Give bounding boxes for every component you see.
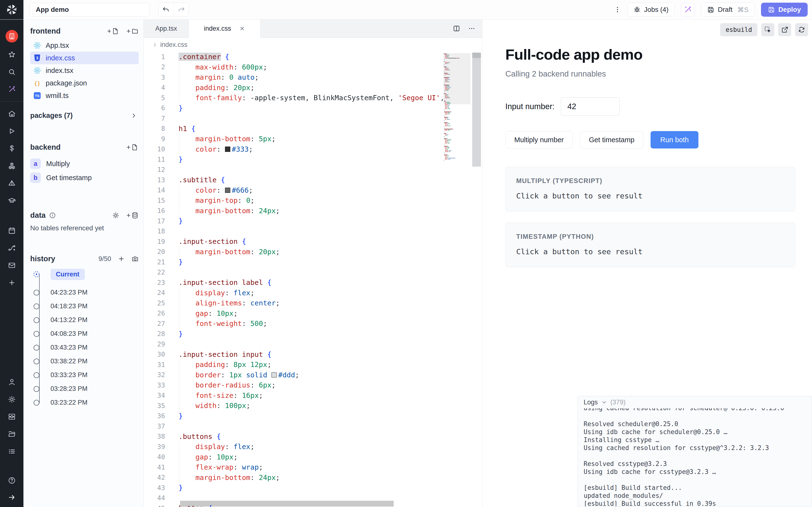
deploy-button[interactable]: Deploy [761, 3, 808, 17]
file-item-index-tsx[interactable]: index.tsx [30, 64, 139, 77]
code-area[interactable]: 1.container {2 max-width: 600px;3 margin… [144, 52, 482, 507]
logs-output[interactable]: Using cached resolution for scheduler@^0… [583, 408, 809, 506]
arrow-right-icon[interactable] [6, 491, 18, 504]
multiply-number-button[interactable]: Multiply number [505, 131, 573, 149]
code-editor-panel: App.tsx index.css index.css [144, 19, 482, 507]
history-item[interactable]: 04:13:22 PM [33, 313, 139, 327]
undo-button[interactable] [158, 3, 173, 16]
data-settings-gear-icon[interactable] [112, 212, 119, 219]
code-line: 20 margin-bottom: 20px; [144, 247, 482, 257]
jobs-button[interactable]: Jobs (4) [627, 3, 674, 17]
timeline-circle-icon [33, 289, 40, 296]
runnable-item-multiply[interactable]: aMultiply [30, 157, 139, 171]
prism-icon[interactable] [6, 177, 18, 189]
line-number: 24 [144, 289, 165, 296]
history-add-icon[interactable] [118, 256, 125, 262]
file-item-index-css[interactable]: 3index.css [30, 52, 139, 64]
history-item[interactable]: 04:18:23 PM [33, 299, 139, 313]
minimap[interactable] [444, 53, 470, 183]
history-current-item[interactable]: Current [33, 268, 139, 280]
history-item[interactable]: 03:28:23 PM [33, 382, 139, 396]
select-pointer-button[interactable] [761, 23, 774, 36]
timeline-circle-icon [33, 399, 40, 406]
refresh-button[interactable] [795, 23, 808, 36]
redo-button[interactable] [173, 3, 189, 16]
packages-row[interactable]: packages (7) [30, 112, 139, 119]
flow-icon[interactable] [6, 242, 18, 254]
color-swatch [225, 147, 230, 152]
windmill-logo[interactable] [0, 0, 23, 19]
calendar-icon[interactable] [6, 224, 18, 237]
app-name-input[interactable] [30, 3, 150, 16]
tab-app-tsx[interactable]: App.tsx [144, 19, 189, 38]
draft-label: Draft [718, 6, 732, 13]
chevron-down-icon[interactable] [601, 399, 607, 405]
list-icon[interactable] [6, 445, 18, 458]
file-item-App-tsx[interactable]: App.tsx [30, 39, 139, 52]
split-editor-icon[interactable] [453, 24, 460, 32]
ai-button[interactable] [681, 3, 695, 17]
worker-gear-icon[interactable] [6, 410, 18, 423]
snapshot-camera-icon[interactable] [132, 255, 139, 263]
cubes-icon[interactable] [6, 160, 18, 172]
close-tab-icon[interactable] [239, 25, 245, 32]
star-icon[interactable] [6, 48, 18, 61]
timeline-circle-icon [33, 331, 40, 337]
add-runnable-icon[interactable] [126, 144, 139, 151]
plus-icon[interactable] [6, 276, 18, 289]
code-line: 35 width: 100px; [144, 400, 482, 411]
folder-icon[interactable] [6, 428, 18, 440]
input-number-row: Input number: [505, 97, 795, 116]
add-folder-icon[interactable] [126, 27, 139, 35]
dollar-icon[interactable] [6, 142, 18, 155]
search-icon[interactable] [6, 66, 18, 78]
result-card-heading: TIMESTAMP (PYTHON) [516, 233, 784, 240]
history-item[interactable]: 03:23:22 PM [33, 396, 139, 409]
user-icon[interactable] [6, 376, 18, 388]
draft-button[interactable]: Draft ⌘S [701, 3, 755, 17]
logs-header[interactable]: Logs (379) [578, 396, 811, 408]
tab-index-css[interactable]: index.css [189, 19, 260, 38]
get-timestamp-button[interactable]: Get timestamp [580, 131, 644, 149]
file-item-wmill-ts[interactable]: TSwmill.ts [30, 89, 139, 102]
info-icon[interactable] [49, 212, 56, 219]
more-options-icon[interactable] [468, 25, 475, 32]
history-item[interactable]: 03:33:23 PM [33, 368, 139, 382]
workspace-icon[interactable] [6, 30, 18, 43]
result-card-heading: MULTIPLY (TYPESCRIPT) [516, 177, 784, 185]
log-line: Installing csstype … [583, 436, 809, 444]
line-number: 8 [144, 125, 165, 132]
code-line: 40 gap: 10px; [144, 452, 482, 462]
runnable-item-get-timestamp[interactable]: bGet timestamp [30, 171, 139, 185]
breadcrumb[interactable]: index.css [144, 38, 482, 52]
help-icon[interactable] [6, 474, 18, 487]
code-line: 23.input-section label { [144, 277, 482, 288]
code-line: 10 color: #333; [144, 144, 482, 155]
runnable-label: Get timestamp [46, 174, 92, 182]
history-item[interactable]: 04:23:23 PM [33, 286, 139, 299]
magic-wand-icon[interactable] [6, 83, 18, 96]
color-swatch [225, 187, 230, 193]
open-external-button[interactable] [778, 23, 791, 36]
history-item[interactable]: 03:43:23 PM [33, 341, 139, 354]
file-item-package-json[interactable]: { }package.json [30, 77, 139, 89]
gear-icon[interactable] [6, 393, 18, 406]
app-buttons-row: Multiply numberGet timestampRun both [505, 131, 795, 149]
graduation-cap-icon[interactable] [6, 194, 18, 207]
play-icon[interactable] [6, 125, 18, 137]
vertical-scrollbar[interactable] [472, 53, 481, 167]
mail-icon[interactable] [6, 259, 18, 272]
ts-file-icon: TS [33, 92, 41, 100]
home-icon[interactable] [6, 107, 18, 120]
history-item[interactable]: 04:08:23 PM [33, 327, 139, 341]
runtime-badge: esbuild [720, 23, 757, 36]
refresh-icon [798, 26, 805, 33]
kebab-menu-icon[interactable] [614, 6, 621, 13]
add-database-icon[interactable] [126, 212, 139, 219]
history-item[interactable]: 03:38:22 PM [33, 354, 139, 368]
file-list: App.tsx3index.cssindex.tsx{ }package.jso… [30, 39, 139, 102]
input-number-field[interactable] [561, 97, 620, 116]
run-both-button[interactable]: Run both [651, 131, 698, 149]
add-file-icon[interactable] [107, 27, 119, 35]
line-number: 9 [144, 135, 165, 143]
